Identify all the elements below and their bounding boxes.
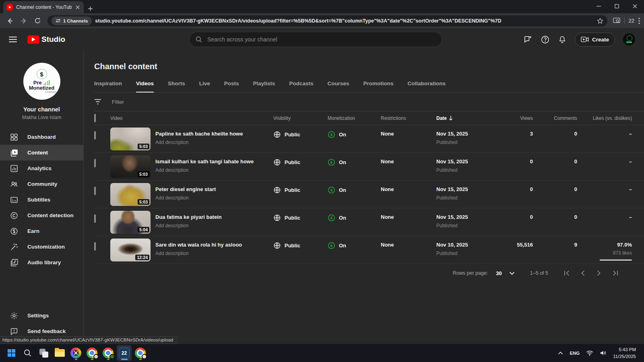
minimize-button[interactable] <box>590 0 608 12</box>
browser-menu-icon[interactable] <box>638 18 640 24</box>
tab-inspiration[interactable]: Inspiration <box>94 80 122 92</box>
tab-courses[interactable]: Courses <box>327 80 349 92</box>
first-page-icon[interactable] <box>559 270 575 276</box>
video-row[interactable]: 5:04 Dua fatima ke piyari batein Add des… <box>94 208 644 236</box>
search-input[interactable] <box>207 36 436 43</box>
chrome-profile-3-icon[interactable] <box>133 345 148 361</box>
video-row[interactable]: 5:03 Peter diesel engine start Add descr… <box>94 181 644 208</box>
add-description-link[interactable]: Add description <box>155 167 254 173</box>
task-view-icon[interactable] <box>36 345 51 361</box>
video-thumbnail[interactable]: 5:03 <box>110 183 151 206</box>
col-comments[interactable]: Comments <box>533 115 577 121</box>
forward-icon[interactable] <box>18 15 30 27</box>
tab-close-icon[interactable] <box>75 4 80 10</box>
add-description-link[interactable]: Add description <box>155 251 242 256</box>
video-thumbnail[interactable]: 5:03 <box>110 128 151 150</box>
chrome-profile-2-icon[interactable] <box>101 345 116 361</box>
tab-collaborations[interactable]: Collaborations <box>407 80 446 92</box>
rows-per-page-value[interactable]: 30 <box>496 270 502 276</box>
address-bar[interactable]: 1 Channels studio.youtube.com/channel/UC… <box>47 15 607 27</box>
previous-page-icon[interactable] <box>575 270 591 276</box>
menu-hamburger-icon[interactable] <box>9 37 17 42</box>
sidebar-item-content[interactable]: Content <box>0 145 83 160</box>
col-video[interactable]: Video <box>110 115 273 121</box>
sidebar-item-audio-library[interactable]: Audio library <box>0 255 83 270</box>
col-likes[interactable]: Likes (vs. dislikes) <box>577 115 632 121</box>
sidebar-item-community[interactable]: Community <box>0 176 83 192</box>
video-row[interactable]: 5:03 Ismail kulhari ke sath tangi lahate… <box>94 153 644 181</box>
video-title[interactable]: Papline ke sath bache kheilte howe <box>155 131 243 137</box>
video-row[interactable]: 5:03 Papline ke sath bache kheilte howe … <box>94 125 644 153</box>
add-description-link[interactable]: Add description <box>155 195 216 201</box>
video-title[interactable]: Peter diesel engine start <box>155 186 216 192</box>
next-page-icon[interactable] <box>591 270 607 276</box>
rows-per-page-dropdown-icon[interactable] <box>509 272 515 275</box>
file-explorer-icon[interactable] <box>52 345 67 361</box>
video-title[interactable]: Ismail kulhari ke sath tangi lahate howe <box>155 158 254 165</box>
col-monetization[interactable]: Monetization <box>328 115 381 121</box>
col-visibility[interactable]: Visibility <box>273 115 328 121</box>
filter-bar[interactable]: Filter <box>94 93 644 111</box>
tray-chevron-icon[interactable] <box>558 352 563 355</box>
account-avatar[interactable] <box>623 33 635 45</box>
volume-icon[interactable] <box>600 350 607 356</box>
row-checkbox[interactable] <box>94 159 96 167</box>
tab-shorts[interactable]: Shorts <box>168 80 185 92</box>
tab-playlists[interactable]: Playlists <box>253 80 275 92</box>
studio-search[interactable] <box>189 32 442 47</box>
youtube-logo-icon[interactable] <box>27 35 39 44</box>
channel-avatar[interactable]: $ Pre Monetized Channel <box>23 63 60 100</box>
col-views[interactable]: Views <box>497 115 533 121</box>
video-thumbnail[interactable]: 12:24 <box>110 239 151 261</box>
active-window-badge[interactable]: 22 <box>117 345 132 361</box>
video-thumbnail[interactable]: 5:03 <box>110 155 151 178</box>
add-description-link[interactable]: Add description <box>155 140 243 145</box>
tab-live[interactable]: Live <box>199 80 210 92</box>
channels-chip[interactable]: 1 Channels <box>52 16 92 25</box>
col-restrictions[interactable]: Restrictions <box>381 115 436 121</box>
select-all-checkbox[interactable] <box>94 114 96 122</box>
sidebar-item-content-detection[interactable]: Content detection <box>0 208 83 223</box>
sidebar-item-settings[interactable]: Settings <box>0 308 83 323</box>
taskbar-search-icon[interactable] <box>20 345 35 361</box>
row-checkbox[interactable] <box>94 187 96 195</box>
search-tabs-icon[interactable] <box>613 18 620 24</box>
video-row[interactable]: 12:24 Sare din wta wala rola hi hy asloo… <box>94 236 644 264</box>
language-indicator[interactable]: ENG <box>570 351 580 356</box>
help-icon[interactable] <box>541 35 550 44</box>
video-title[interactable]: Dua fatima ke piyari batein <box>155 214 222 220</box>
studio-brand[interactable]: Studio <box>41 35 65 44</box>
maximize-button[interactable] <box>608 0 626 12</box>
close-button[interactable] <box>626 0 644 12</box>
video-title[interactable]: Sare din wta wala rola hi hy aslooo <box>155 242 242 248</box>
tab-promotions[interactable]: Promotions <box>363 80 393 92</box>
sidebar-item-analytics[interactable]: Analytics <box>0 160 83 176</box>
tab-count-badge[interactable]: 22 <box>629 18 634 24</box>
new-tab-button[interactable] <box>88 6 93 11</box>
last-page-icon[interactable] <box>607 270 623 276</box>
tab-videos[interactable]: Videos <box>136 80 154 93</box>
media-app-icon[interactable] <box>68 345 83 361</box>
back-icon[interactable] <box>4 15 16 27</box>
sidebar-item-customization[interactable]: Customization <box>0 239 83 255</box>
row-checkbox[interactable] <box>94 131 96 140</box>
start-button[interactable] <box>4 345 19 361</box>
sidebar-item-subtitles[interactable]: Subtitles <box>0 192 83 208</box>
notifications-bell-icon[interactable] <box>558 35 567 44</box>
sidebar-item-dashboard[interactable]: Dashboard <box>0 129 83 145</box>
tab-podcasts[interactable]: Podcasts <box>289 80 313 92</box>
wifi-icon[interactable] <box>586 350 593 356</box>
row-checkbox[interactable] <box>94 214 96 223</box>
browser-tab[interactable]: Channel content - YouTube Stu <box>3 1 84 13</box>
row-checkbox[interactable] <box>94 242 96 251</box>
video-thumbnail[interactable]: 5:04 <box>110 211 151 234</box>
sidebar-item-earn[interactable]: Earn <box>0 223 83 239</box>
create-button[interactable]: Create <box>575 33 615 47</box>
chrome-profile-1-icon[interactable] <box>85 345 99 361</box>
add-description-link[interactable]: Add description <box>155 223 222 228</box>
col-date[interactable]: Date <box>436 115 497 121</box>
bookmark-star-icon[interactable] <box>597 18 603 24</box>
reload-icon[interactable] <box>31 15 43 27</box>
tab-posts[interactable]: Posts <box>224 80 239 92</box>
clock[interactable]: 5:43 PM 11/25/2025 <box>613 346 636 360</box>
